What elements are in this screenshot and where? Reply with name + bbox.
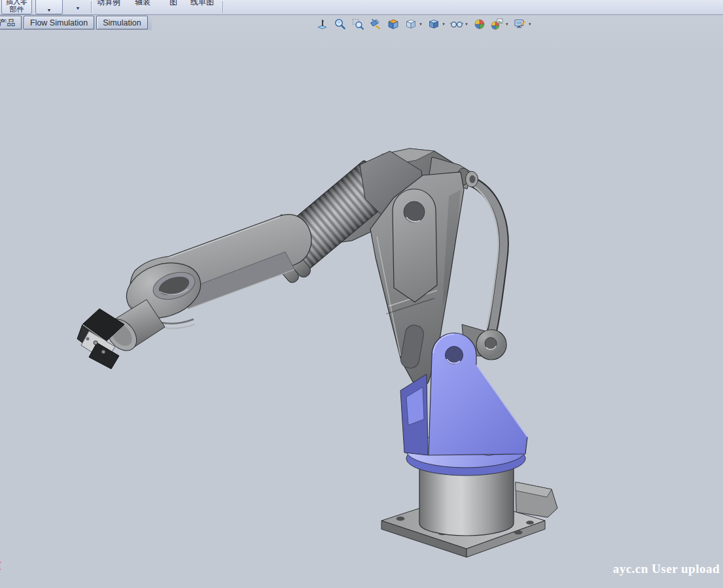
toolbar-separator xyxy=(91,1,92,13)
red-edge-mark: { xyxy=(0,560,1,571)
chevron-down-icon: ▼ xyxy=(465,22,468,26)
commandmanager-tab-bar: 产品 Flow Simulation Simulation xyxy=(0,15,152,30)
edit-appearance-button[interactable] xyxy=(472,17,487,31)
tab-label: Simulation xyxy=(103,18,141,27)
previous-view-icon xyxy=(369,18,382,31)
edit-appearance-icon xyxy=(473,18,486,31)
orientation-arrow-button[interactable] xyxy=(315,17,330,31)
explode-line-sketch-button[interactable]: 线单图 xyxy=(186,0,219,8)
robot-arm-model[interactable] xyxy=(0,0,723,588)
apply-scene-icon xyxy=(491,18,504,31)
chevron-down-icon: ▼ xyxy=(442,22,446,26)
zoom-to-fit-button[interactable] xyxy=(333,17,347,31)
zoom-to-fit-icon xyxy=(334,18,347,31)
assembly-toolbar: 插入零 部件 ▼ ▼ 动算例 轴装 图 线单图 xyxy=(0,0,723,15)
component-flyout-button[interactable]: ▼ xyxy=(35,0,63,14)
insert-components-button[interactable]: 插入零 部件 xyxy=(1,0,32,14)
robot-linkage-rod[interactable] xyxy=(462,182,506,360)
hide-show-items-button[interactable]: ▼ xyxy=(450,17,469,31)
view-orientation-button[interactable]: ▼ xyxy=(404,17,423,31)
assembly-features-button[interactable]: 轴装 xyxy=(128,0,157,8)
chevron-down-icon: ▼ xyxy=(419,22,423,26)
view-orientation-icon xyxy=(404,18,417,31)
tab-label: Flow Simulation xyxy=(30,18,88,27)
view-settings-icon xyxy=(514,18,527,31)
tab-label: 产品 xyxy=(0,18,15,27)
exploded-view-button[interactable]: 图 xyxy=(162,0,185,8)
toolbar-button-label: 动算例 xyxy=(97,0,120,7)
chevron-down-icon: ▼ xyxy=(528,22,532,26)
zoom-to-area-icon xyxy=(351,18,364,31)
previous-view-button[interactable] xyxy=(368,17,383,31)
chevron-down-icon: ▼ xyxy=(36,7,62,14)
toolbar-button-label: 线单图 xyxy=(190,0,214,7)
view-settings-button[interactable]: ▼ xyxy=(513,17,533,31)
tab-simulation[interactable]: Simulation xyxy=(96,16,147,29)
display-style-button[interactable]: ▼ xyxy=(427,17,446,31)
chevron-down-icon: ▼ xyxy=(67,6,89,10)
zoom-to-area-button[interactable] xyxy=(351,17,365,31)
tab-office-products[interactable]: 产品 xyxy=(0,16,22,29)
mate-flyout-button[interactable]: ▼ xyxy=(67,0,89,14)
tab-flow-simulation[interactable]: Flow Simulation xyxy=(24,16,94,29)
chevron-down-icon: ▼ xyxy=(505,22,509,26)
toolbar-separator xyxy=(222,1,223,13)
insert-components-label-line1: 插入零 xyxy=(6,0,27,5)
robot-base-fin-bracket[interactable] xyxy=(516,482,557,517)
section-view-icon xyxy=(387,18,400,31)
orientation-arrow-icon xyxy=(316,18,329,31)
application-window: 插入零 部件 ▼ ▼ 动算例 轴装 图 线单图 产品 Flow Simulati… xyxy=(0,0,723,588)
headsup-view-toolbar: ▼ ▼ ▼ xyxy=(315,17,533,31)
toolbar-button-label: 轴装 xyxy=(135,0,150,7)
hide-show-items-icon xyxy=(450,18,463,31)
toolbar-button-label: 图 xyxy=(169,0,177,7)
section-view-button[interactable] xyxy=(386,17,400,31)
display-style-icon xyxy=(427,18,440,31)
watermark-text: ayc.cn User upload xyxy=(613,562,720,576)
insert-components-label-line2: 部件 xyxy=(10,5,24,13)
robot-clevis-joint[interactable] xyxy=(393,189,437,302)
motion-study-button[interactable]: 动算例 xyxy=(93,0,124,8)
apply-scene-button[interactable]: ▼ xyxy=(490,17,510,31)
